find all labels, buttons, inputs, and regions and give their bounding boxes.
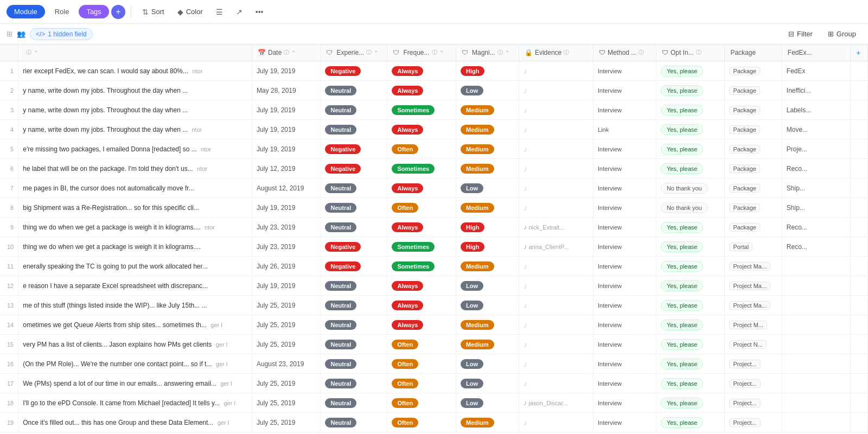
color-button[interactable]: ◆ Color: [172, 5, 208, 19]
cell-evidence[interactable]: ♪: [519, 413, 593, 432]
table-row[interactable]: 19 Once it's filled out... this has one …: [0, 413, 868, 432]
col-header-add[interactable]: +: [851, 44, 868, 61]
cell-date[interactable]: July 23, 2019: [252, 218, 320, 237]
cell-frequency[interactable]: Always: [387, 218, 456, 237]
cell-magnitude[interactable]: Medium: [456, 315, 519, 335]
cell-frequency[interactable]: Often: [387, 335, 456, 354]
cell-frequency[interactable]: Sometimes: [387, 237, 456, 257]
cell-experience[interactable]: Neutral: [321, 296, 387, 315]
col-opt-info-icon[interactable]: ⓘ: [696, 49, 701, 56]
cell-magnitude[interactable]: Medium: [456, 139, 519, 159]
cell-method[interactable]: Interview: [593, 276, 656, 296]
col-date-info-icon[interactable]: ⓘ: [284, 49, 289, 56]
tab-tags[interactable]: Tags: [79, 5, 108, 18]
cell-magnitude[interactable]: High: [456, 237, 519, 257]
cell-package[interactable]: Package: [725, 100, 782, 120]
cell-experience[interactable]: Neutral: [321, 100, 387, 120]
cell-magnitude[interactable]: Medium: [456, 120, 519, 139]
cell-category[interactable]: [782, 276, 850, 296]
cell-package[interactable]: Package: [725, 159, 782, 178]
cell-evidence[interactable]: ♪: [519, 296, 593, 315]
cell-evidence[interactable]: ♪: [519, 139, 593, 159]
cell-category[interactable]: Reco...: [782, 237, 850, 257]
table-row[interactable]: 13 me of this stuff (things listed insid…: [0, 296, 868, 315]
cell-experience[interactable]: Negative: [321, 139, 387, 159]
cell-package[interactable]: Project Ma...: [725, 257, 782, 276]
col-text-sort-icon[interactable]: ⌃: [34, 50, 38, 56]
cell-date[interactable]: July 25, 2019: [252, 413, 320, 432]
cell-category[interactable]: [782, 413, 850, 432]
cell-method[interactable]: Interview: [593, 257, 656, 276]
filter-button[interactable]: ⊟ Filter: [783, 27, 818, 41]
cell-date[interactable]: July 25, 2019: [252, 296, 320, 315]
cell-text[interactable]: e're missing two packages, I emailed Don…: [18, 139, 252, 159]
cell-experience[interactable]: Neutral: [321, 413, 387, 432]
cell-magnitude[interactable]: Medium: [456, 198, 519, 218]
cell-method[interactable]: Interview: [593, 354, 656, 374]
cell-text[interactable]: me pages in BI, the cursor does not auto…: [18, 178, 252, 198]
cell-magnitude[interactable]: Medium: [456, 335, 519, 354]
cell-category[interactable]: [782, 354, 850, 374]
cell-text[interactable]: me of this stuff (things listed inside t…: [18, 296, 252, 315]
cell-category[interactable]: [782, 393, 850, 413]
cell-evidence[interactable]: ♪ anna_ClientP...: [519, 237, 593, 257]
cell-text[interactable]: We (PMs) spend a lot of our time in our …: [18, 374, 252, 393]
cell-date[interactable]: July 25, 2019: [252, 315, 320, 335]
cell-optin[interactable]: Yes, please: [656, 393, 724, 413]
cell-text[interactable]: Once it's filled out... this has one Gro…: [18, 413, 252, 432]
table-row[interactable]: 4 y name, write down my jobs. Throughout…: [0, 120, 868, 139]
cell-date[interactable]: July 19, 2019: [252, 120, 320, 139]
cell-optin[interactable]: No thank you: [656, 178, 724, 198]
cell-method[interactable]: Interview: [593, 335, 656, 354]
cell-date[interactable]: July 19, 2019: [252, 198, 320, 218]
cell-text[interactable]: rier except FedEx, we can scan. I would …: [18, 61, 252, 81]
cell-category[interactable]: Reco...: [782, 159, 850, 178]
cell-date[interactable]: May 28, 2019: [252, 81, 320, 100]
cell-experience[interactable]: Neutral: [321, 335, 387, 354]
cell-experience[interactable]: Neutral: [321, 178, 387, 198]
cell-category[interactable]: [782, 257, 850, 276]
cell-frequency[interactable]: Sometimes: [387, 257, 456, 276]
cell-package[interactable]: Project Ma...: [725, 276, 782, 296]
table-row[interactable]: 18 I'll go to the ePD Console. It came f…: [0, 393, 868, 413]
cell-package[interactable]: Package: [725, 198, 782, 218]
table-row[interactable]: 2 y name, write down my jobs. Throughout…: [0, 81, 868, 100]
cell-category[interactable]: Ship...: [782, 178, 850, 198]
table-row[interactable]: 16 (On the PM Role)... We're the number …: [0, 354, 868, 374]
cell-optin[interactable]: Yes, please: [656, 354, 724, 374]
cell-evidence[interactable]: ♪: [519, 159, 593, 178]
cell-method[interactable]: Interview: [593, 393, 656, 413]
cell-package[interactable]: Project M...: [725, 315, 782, 335]
cell-package[interactable]: Project Ma...: [725, 296, 782, 315]
table-row[interactable]: 1 rier except FedEx, we can scan. I woul…: [0, 61, 868, 81]
cell-evidence[interactable]: ♪: [519, 315, 593, 335]
hidden-field-badge[interactable]: </> 1 hidden field: [30, 28, 93, 40]
cell-magnitude[interactable]: Low: [456, 178, 519, 198]
share-button[interactable]: ↗: [231, 5, 248, 19]
cell-magnitude[interactable]: Low: [456, 374, 519, 393]
cell-package[interactable]: Package: [725, 81, 782, 100]
add-tab-button[interactable]: +: [111, 5, 125, 19]
cell-method[interactable]: Interview: [593, 413, 656, 432]
cell-optin[interactable]: Yes, please: [656, 374, 724, 393]
cell-text[interactable]: I'll go to the ePD Console. It came from…: [18, 393, 252, 413]
cell-optin[interactable]: Yes, please: [656, 276, 724, 296]
cell-text[interactable]: y name, write down my jobs. Throughout t…: [18, 120, 252, 139]
tab-module[interactable]: Module: [7, 5, 45, 18]
cell-magnitude[interactable]: Low: [456, 81, 519, 100]
cell-method[interactable]: Interview: [593, 139, 656, 159]
cell-category[interactable]: Move...: [782, 120, 850, 139]
cell-frequency[interactable]: Always: [387, 120, 456, 139]
cell-text[interactable]: very PM has a list of clients... Jason e…: [18, 335, 252, 354]
group-button[interactable]: ⊞ Group: [822, 27, 861, 41]
col-ev-info-icon[interactable]: ⓘ: [564, 49, 569, 56]
cell-date[interactable]: August 23, 2019: [252, 354, 320, 374]
cell-optin[interactable]: Yes, please: [656, 139, 724, 159]
cell-evidence[interactable]: ♪: [519, 257, 593, 276]
cell-package[interactable]: Package: [725, 120, 782, 139]
table-row[interactable]: 10 thing we do when we get a package is …: [0, 237, 868, 257]
sort-button[interactable]: ⇅ Sort: [137, 5, 170, 19]
cell-optin[interactable]: Yes, please: [656, 315, 724, 335]
table-row[interactable]: 7 me pages in BI, the cursor does not au…: [0, 178, 868, 198]
cell-package[interactable]: Project...: [725, 393, 782, 413]
